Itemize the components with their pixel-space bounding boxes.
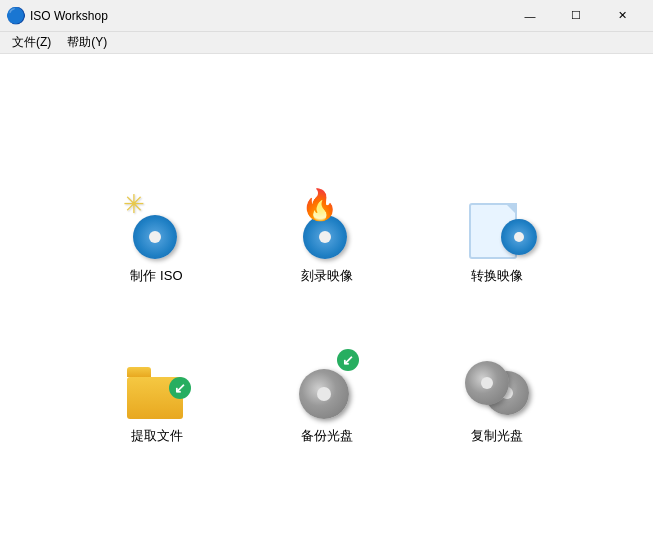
star-decoration: ✳ <box>123 189 145 220</box>
burn-label: 刻录映像 <box>301 267 353 285</box>
burn-icon: 🔥 <box>291 187 363 259</box>
app-title: ISO Workshop <box>30 9 507 23</box>
arrow-down-icon: ↙ <box>169 377 191 399</box>
backup-icon: ↙ <box>291 347 363 419</box>
menu-bar: 文件(Z) 帮助(Y) <box>0 32 653 54</box>
extract-button[interactable]: ↙ 提取文件 <box>92 313 222 453</box>
maximize-button[interactable]: ☐ <box>553 0 599 32</box>
convert-button[interactable]: 转换映像 <box>432 153 562 293</box>
app-icon: 🔵 <box>8 8 24 24</box>
convert-label: 转换映像 <box>471 267 523 285</box>
feature-grid: ✳ 制作 ISO 🔥 刻录映像 转换映像 <box>92 153 562 453</box>
menu-help[interactable]: 帮助(Y) <box>59 32 115 53</box>
burn-button[interactable]: 🔥 刻录映像 <box>262 153 392 293</box>
extract-label: 提取文件 <box>131 427 183 445</box>
make-iso-icon: ✳ <box>121 187 193 259</box>
backup-label: 备份光盘 <box>301 427 353 445</box>
copy-button[interactable]: 复制光盘 <box>432 313 562 453</box>
copy-icon <box>461 347 533 419</box>
copy-label: 复制光盘 <box>471 427 523 445</box>
make-iso-label: 制作 ISO <box>130 267 182 285</box>
minimize-button[interactable]: — <box>507 0 553 32</box>
close-button[interactable]: ✕ <box>599 0 645 32</box>
flame-decoration: 🔥 <box>301 187 338 222</box>
menu-file[interactable]: 文件(Z) <box>4 32 59 53</box>
make-iso-button[interactable]: ✳ 制作 ISO <box>92 153 222 293</box>
title-bar: 🔵 ISO Workshop — ☐ ✕ <box>0 0 653 32</box>
window-controls: — ☐ ✕ <box>507 0 645 32</box>
main-content: ✳ 制作 ISO 🔥 刻录映像 转换映像 <box>0 54 653 552</box>
convert-icon <box>461 187 533 259</box>
arrow-badge-backup: ↙ <box>337 349 359 371</box>
extract-icon: ↙ <box>121 347 193 419</box>
backup-button[interactable]: ↙ 备份光盘 <box>262 313 392 453</box>
